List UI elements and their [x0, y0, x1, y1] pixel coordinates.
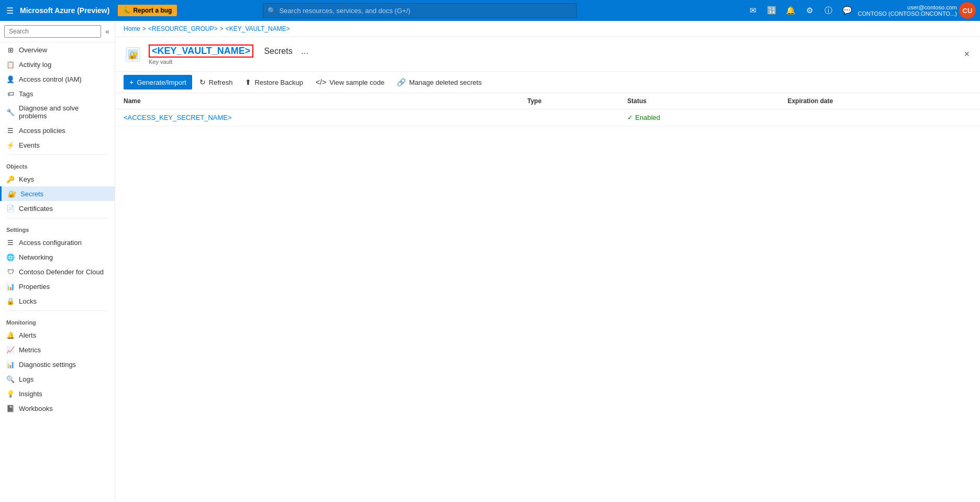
more-options-button[interactable]: ...: [299, 43, 311, 59]
settings-section-header: Settings: [0, 220, 115, 235]
sidebar-item-access-control[interactable]: 👤 Access control (IAM): [0, 72, 115, 86]
sidebar-item-workbooks[interactable]: 📓 Workbooks: [0, 401, 115, 416]
breadcrumb-sep1: >: [142, 25, 146, 32]
col-name: Name: [115, 93, 519, 109]
restore-icon: ⬆: [245, 78, 251, 86]
topbar-icons: ✉ ️🔢 🔔 ⚙ ⓘ 💬 user@contoso.com CONTOSO (C…: [745, 2, 976, 19]
user-avatar[interactable]: CU: [959, 2, 976, 19]
sidebar-item-keys[interactable]: 🔑 Keys: [0, 172, 115, 186]
resource-panel: Home > <RESOURCE_GROUP> > <KEY_VAULT_NAM…: [115, 21, 980, 502]
objects-section-header: Objects: [0, 157, 115, 172]
breadcrumb-home[interactable]: Home: [124, 25, 140, 32]
panel-header: 🔐 <KEY_VAULT_NAME> Secrets ... Key vault…: [115, 37, 980, 72]
activity-log-icon: 📋: [6, 60, 15, 69]
keys-icon: 🔑: [6, 175, 15, 183]
access-config-icon: ☰: [6, 238, 15, 247]
notifications-bell-icon[interactable]: 🔔: [783, 2, 799, 19]
main-content: « ⊞ Overview 📋 Activity log 👤 Access con…: [0, 21, 980, 502]
access-control-icon: 👤: [6, 75, 15, 83]
page-title: Secrets: [264, 47, 292, 56]
bug-icon: 🐛: [123, 7, 131, 14]
key-vault-icon: 🔐: [124, 45, 142, 64]
col-status: Status: [619, 93, 779, 109]
logs-icon: 🔍: [6, 375, 15, 383]
col-expiration: Expiration date: [779, 93, 980, 109]
code-icon: </>: [316, 78, 326, 86]
sidebar: « ⊞ Overview 📋 Activity log 👤 Access con…: [0, 21, 115, 502]
cloud-shell-icon[interactable]: ️🔢: [764, 2, 781, 19]
topbar: ☰ Microsoft Azure (Preview) 🐛 Report a b…: [0, 0, 980, 21]
sidebar-search-input[interactable]: [4, 25, 101, 38]
sidebar-search-area: «: [0, 21, 115, 42]
settings-divider: [6, 218, 108, 218]
monitoring-section-header: Monitoring: [0, 313, 115, 328]
access-policies-icon: ☰: [6, 126, 15, 135]
settings-icon[interactable]: ⚙: [801, 2, 818, 19]
hamburger-menu[interactable]: ☰: [4, 4, 16, 18]
properties-icon: 📊: [6, 282, 15, 291]
app-layout: ☰ Microsoft Azure (Preview) 🐛 Report a b…: [0, 0, 980, 502]
report-bug-button[interactable]: 🐛 Report a bug: [118, 5, 177, 16]
breadcrumb: Home > <RESOURCE_GROUP> > <KEY_VAULT_NAM…: [115, 21, 980, 37]
sidebar-collapse-button[interactable]: «: [104, 26, 110, 37]
sidebar-item-locks[interactable]: 🔒 Locks: [0, 294, 115, 308]
sidebar-item-diagnostic[interactable]: 📊 Diagnostic settings: [0, 357, 115, 372]
sidebar-item-insights[interactable]: 💡 Insights: [0, 386, 115, 401]
networking-icon: 🌐: [6, 253, 15, 261]
sidebar-item-access-policies[interactable]: ☰ Access policies: [0, 123, 115, 138]
table-row: <ACCESS_KEY_SECRET_NAME> ✓ Enabled: [115, 109, 980, 126]
secret-expiration-cell: [779, 109, 980, 126]
view-sample-code-button[interactable]: </> View sample code: [310, 75, 390, 89]
sidebar-item-certificates[interactable]: 📄 Certificates: [0, 201, 115, 216]
resource-subtitle: Key vault: [149, 59, 955, 65]
secrets-table: Name Type Status Expiration date <ACCESS…: [115, 93, 980, 126]
sidebar-item-logs[interactable]: 🔍 Logs: [0, 372, 115, 386]
secret-type-cell: [519, 109, 619, 126]
resource-name: <KEY_VAULT_NAME>: [149, 44, 253, 58]
sidebar-item-metrics[interactable]: 📈 Metrics: [0, 342, 115, 357]
svg-text:🔐: 🔐: [129, 51, 138, 60]
sidebar-item-alerts[interactable]: 🔔 Alerts: [0, 328, 115, 342]
panel-title-area: <KEY_VAULT_NAME> Secrets ... Key vault: [149, 43, 955, 65]
global-search-input[interactable]: [279, 7, 572, 15]
generate-import-button[interactable]: + Generate/Import: [124, 75, 192, 90]
sidebar-item-tags[interactable]: 🏷 Tags: [0, 86, 115, 101]
panel-resource-name-row: <KEY_VAULT_NAME> Secrets ...: [149, 43, 955, 59]
sidebar-item-overview[interactable]: ⊞ Overview: [0, 42, 115, 57]
sidebar-item-defender[interactable]: 🛡 Contoso Defender for Cloud: [0, 264, 115, 279]
certificates-icon: 📄: [6, 204, 15, 213]
status-badge: ✓ Enabled: [627, 114, 771, 121]
sidebar-item-properties[interactable]: 📊 Properties: [0, 279, 115, 294]
sidebar-item-networking[interactable]: 🌐 Networking: [0, 250, 115, 264]
workbooks-icon: 📓: [6, 404, 15, 412]
sidebar-item-diagnose[interactable]: 🔧 Diagnose and solve problems: [0, 101, 115, 123]
breadcrumb-key-vault[interactable]: <KEY_VAULT_NAME>: [226, 25, 290, 32]
sidebar-item-secrets[interactable]: 🔐 Secrets: [0, 186, 115, 201]
help-icon[interactable]: ⓘ: [820, 2, 837, 19]
user-info[interactable]: user@contoso.com CONTOSO (CONTOSO.ONCONT…: [858, 4, 957, 17]
sidebar-item-events[interactable]: ⚡ Events: [0, 138, 115, 152]
events-icon: ⚡: [6, 141, 15, 149]
refresh-icon: ↻: [199, 78, 206, 86]
sidebar-item-activity-log[interactable]: 📋 Activity log: [0, 57, 115, 72]
objects-divider: [6, 154, 108, 155]
feedback-icon[interactable]: 💬: [839, 2, 856, 19]
tags-icon: 🏷: [6, 90, 15, 98]
diagnose-icon: 🔧: [6, 108, 15, 116]
insights-icon: 💡: [6, 389, 15, 398]
manage-deleted-button[interactable]: 🔗 Manage deleted secrets: [392, 75, 487, 89]
refresh-button[interactable]: ↻ Refresh: [194, 75, 238, 89]
breadcrumb-sep2: >: [220, 25, 224, 32]
secret-name-cell[interactable]: <ACCESS_KEY_SECRET_NAME>: [115, 109, 519, 126]
app-title: Microsoft Azure (Preview): [20, 6, 109, 15]
breadcrumb-resource-group[interactable]: <RESOURCE_GROUP>: [148, 25, 218, 32]
sidebar-item-access-config[interactable]: ☰ Access configuration: [0, 235, 115, 250]
close-panel-button[interactable]: ×: [962, 47, 972, 62]
col-type: Type: [519, 93, 619, 109]
global-search[interactable]: 🔍: [263, 3, 577, 18]
restore-backup-button[interactable]: ⬆ Restore Backup: [240, 75, 308, 89]
notifications-icon[interactable]: ✉: [745, 2, 762, 19]
search-icon: 🔍: [268, 7, 276, 15]
panel-toolbar: + Generate/Import ↻ Refresh ⬆ Restore Ba…: [115, 72, 980, 93]
defender-icon: 🛡: [6, 267, 15, 276]
